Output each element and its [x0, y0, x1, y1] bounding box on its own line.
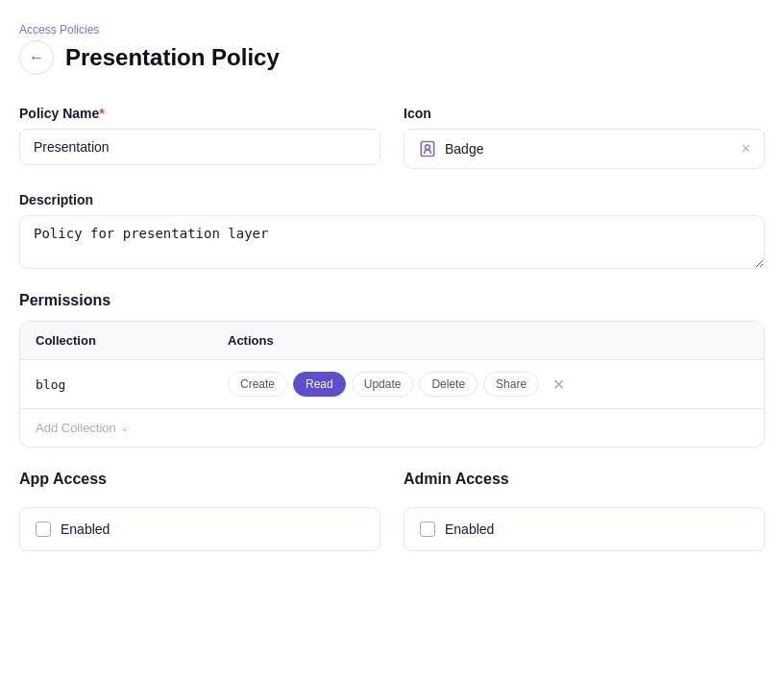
policy-name-input[interactable]	[19, 129, 380, 165]
permissions-label: Permissions	[19, 292, 765, 309]
admin-access-box: Enabled	[404, 507, 765, 551]
required-asterisk: *	[99, 106, 104, 121]
policy-name-icon-row: Policy Name* Icon Badge ×	[19, 106, 765, 169]
access-row: App Access Enabled Admin Access Enabled	[19, 471, 765, 551]
page-header: ← Presentation Policy	[19, 40, 765, 75]
icon-label: Icon	[404, 106, 765, 121]
permissions-header: Collection Actions	[20, 322, 764, 360]
policy-name-label: Policy Name*	[19, 106, 380, 121]
action-share-button[interactable]: Share	[483, 372, 539, 397]
description-label: Description	[19, 192, 765, 207]
description-input[interactable]: Policy for presentation layer	[19, 215, 765, 269]
app-access-group: App Access Enabled	[19, 471, 380, 551]
app-access-box: Enabled	[19, 507, 380, 551]
collection-name: blog	[36, 377, 228, 392]
app-access-checkbox[interactable]	[36, 521, 51, 537]
description-group: Description Policy for presentation laye…	[19, 192, 765, 269]
action-delete-button[interactable]: Delete	[419, 372, 478, 397]
app-access-enabled-label: Enabled	[61, 521, 110, 537]
app-access-label: App Access	[19, 471, 380, 488]
back-icon: ←	[29, 49, 44, 66]
icon-select-field[interactable]: Badge ×	[404, 129, 765, 169]
page-title: Presentation Policy	[65, 44, 280, 71]
icon-group: Icon Badge ×	[404, 106, 765, 169]
chevron-down-icon: ⌄	[120, 422, 129, 434]
admin-access-group: Admin Access Enabled	[404, 471, 765, 551]
policy-name-group: Policy Name*	[19, 106, 380, 169]
col-actions-header: Actions	[228, 333, 748, 348]
actions-cell: Create Read Update Delete Share ✕	[228, 372, 748, 397]
icon-clear-button[interactable]: ×	[742, 141, 750, 157]
col-collection-header: Collection	[36, 333, 228, 348]
page-container: Access Policies ← Presentation Policy Po…	[0, 0, 784, 679]
permissions-section: Permissions Collection Actions blog Crea…	[19, 292, 765, 448]
remove-row-button[interactable]: ✕	[549, 376, 569, 394]
action-create-button[interactable]: Create	[228, 372, 287, 397]
admin-access-checkbox[interactable]	[420, 521, 435, 537]
admin-access-label: Admin Access	[404, 471, 765, 488]
add-collection-label: Add Collection	[36, 421, 116, 435]
table-row: blog Create Read Update Delete Share ✕	[20, 360, 764, 409]
breadcrumb: Access Policies	[19, 23, 765, 36]
action-read-button[interactable]: Read	[293, 372, 346, 397]
add-collection-row: Add Collection ⌄	[20, 409, 764, 447]
admin-access-enabled-label: Enabled	[445, 521, 494, 537]
icon-value-label: Badge	[445, 141, 734, 157]
add-collection-button[interactable]: Add Collection ⌄	[36, 421, 129, 435]
permissions-table: Collection Actions blog Create Read Upda…	[19, 321, 765, 448]
back-button[interactable]: ←	[19, 40, 54, 75]
action-update-button[interactable]: Update	[352, 372, 414, 397]
badge-icon	[418, 139, 437, 158]
